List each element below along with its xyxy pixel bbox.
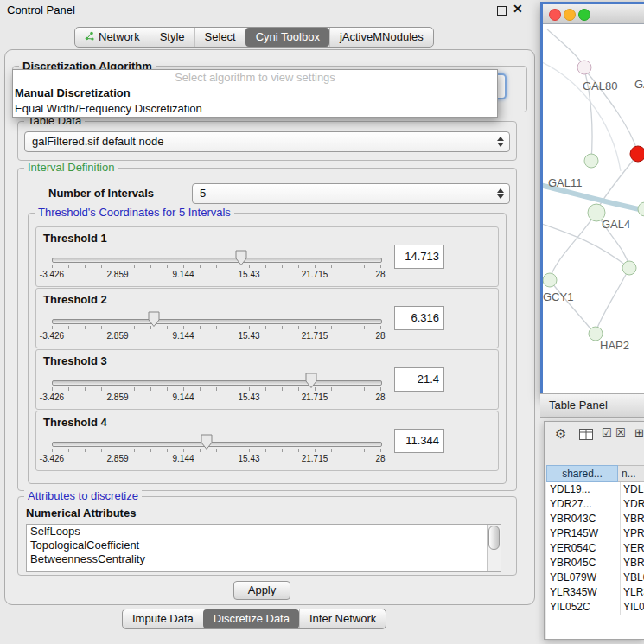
node[interactable] — [638, 202, 644, 216]
slider-track[interactable] — [52, 380, 382, 386]
slider-track[interactable] — [52, 258, 382, 263]
threshold-1-value-field[interactable]: 14.713 — [394, 245, 444, 269]
close-icon[interactable]: ✕ — [513, 2, 523, 16]
threshold-1-box: Threshold 1 -3.426 2.859 9.144 15.43 21.… — [35, 226, 499, 287]
tab-jactivemnodules[interactable]: jActiveMNodules — [329, 28, 433, 47]
table-row[interactable]: YIL052CYIL0... — [546, 600, 644, 615]
threshold-2-label: Threshold 2 — [43, 293, 107, 306]
table-data-combobox[interactable]: galFiltered.sif default node — [24, 131, 510, 152]
attributes-group-title: Attributes to discretize — [24, 490, 142, 502]
table-row[interactable]: YPR145WYPR1... — [546, 526, 644, 541]
node-gal80[interactable] — [577, 61, 591, 74]
dropdown-item-manual-discretization[interactable]: Manual Discretization — [13, 86, 497, 101]
tab-network-label: Network — [99, 28, 140, 47]
threshold-4-slider[interactable]: -3.426 2.859 9.144 15.43 21.715 28 — [43, 430, 389, 469]
column-header-shared-name[interactable]: shared... — [546, 465, 618, 482]
slider-tick-labels: -3.426 2.859 9.144 15.43 21.715 28 — [43, 331, 389, 341]
function-icon[interactable]: ⊞ — [634, 426, 644, 439]
table-panel-header[interactable]: Table Panel — [540, 393, 644, 418]
node-gcy1[interactable] — [543, 273, 557, 287]
network-canvas[interactable]: GAL80 GA GAL11 GAL4 GCY1 HAP2 — [543, 24, 644, 394]
float-window-icon[interactable] — [497, 6, 507, 16]
unselect-all-icon[interactable]: ☒ — [615, 426, 626, 439]
tab-style[interactable]: Style — [150, 28, 194, 47]
threshold-2-value-field[interactable]: 6.316 — [394, 306, 444, 330]
number-of-intervals-combobox[interactable]: 5 — [192, 183, 510, 204]
mac-close-icon[interactable] — [549, 9, 561, 21]
table-row[interactable]: YER054CYER0... — [546, 541, 644, 556]
network-icon — [85, 28, 94, 47]
algorithm-dropdown-popup: Select algorithm to view settings Manual… — [12, 69, 498, 118]
threshold-1-thumb[interactable] — [235, 250, 247, 266]
combo-spinner-icon — [497, 137, 504, 147]
network-window-titlebar[interactable] — [543, 4, 644, 24]
slider-tickmarks — [52, 449, 381, 452]
node-label: GAL11 — [548, 176, 583, 189]
threshold-coordinates-title: Threshold's Coordinates for 5 Intervals — [35, 207, 234, 219]
node-selected-red[interactable] — [630, 146, 644, 162]
threshold-3-thumb[interactable] — [305, 373, 317, 389]
table-row[interactable]: YBR043CYBR0... — [546, 512, 644, 526]
tab-select[interactable]: Select — [194, 28, 245, 47]
apply-button[interactable]: Apply — [233, 581, 290, 600]
slider-tick-labels: -3.426 2.859 9.144 15.43 21.715 28 — [43, 454, 389, 464]
threshold-3-slider[interactable]: -3.426 2.859 9.144 15.43 21.715 28 — [43, 369, 389, 407]
tab-cyni-toolbox[interactable]: Cyni Toolbox — [245, 28, 329, 47]
mac-zoom-icon[interactable] — [578, 9, 590, 21]
threshold-4-value-field[interactable]: 11.344 — [394, 429, 444, 453]
columns-icon[interactable] — [579, 428, 593, 443]
panel-title: Control Panel — [7, 3, 75, 16]
select-all-icon[interactable]: ☑ — [602, 426, 612, 439]
scrollbar-thumb[interactable] — [488, 526, 500, 550]
table-row[interactable]: YDR27...YDR2... — [546, 497, 644, 512]
slider-tick-labels: -3.426 2.859 9.144 15.43 21.715 28 — [43, 270, 389, 280]
threshold-2-thumb[interactable] — [148, 311, 160, 328]
threshold-4-thumb[interactable] — [201, 434, 213, 450]
interval-definition-title: Interval Definition — [24, 162, 118, 174]
threshold-3-box: Threshold 3 -3.426 2.859 9.144 15.43 21.… — [35, 349, 499, 410]
threshold-1-label: Threshold 1 — [43, 232, 107, 245]
node-gal11[interactable] — [584, 154, 598, 168]
tab-discretize-data[interactable]: Discretize Data — [203, 609, 299, 628]
table-panel-window: ⚙ ☑ ☒ ⊞ shared... n... YDL19...YDL1... Y… — [544, 421, 644, 640]
table-row[interactable]: YBL079WYBL0... — [546, 571, 644, 585]
threshold-2-box: Threshold 2 -3.426 2.859 9.144 15.43 21.… — [35, 288, 499, 348]
table-header-row: shared... n... — [546, 465, 644, 482]
gear-icon[interactable]: ⚙ — [555, 426, 566, 442]
table-row[interactable]: YDL19...YDL1... — [546, 482, 644, 497]
table-row[interactable]: YBR045CYBR0... — [546, 556, 644, 571]
list-item[interactable]: TopologicalCoefficient — [27, 539, 501, 552]
numerical-attributes-label: Numerical Attributes — [26, 507, 136, 520]
column-header-name[interactable]: n... — [618, 465, 644, 482]
node-label: GAL80 — [583, 80, 617, 92]
tab-infer-network[interactable]: Infer Network — [299, 609, 386, 628]
table-panel-title: Table Panel — [549, 394, 608, 417]
dropdown-placeholder: Select algorithm to view settings — [13, 70, 497, 86]
list-item[interactable]: BetweennessCentrality — [27, 552, 501, 566]
slider-track[interactable] — [52, 319, 382, 324]
node-label: HAP2 — [600, 339, 629, 352]
dropdown-item-equal-width[interactable]: Equal Width/Frequency Discretization — [13, 101, 497, 117]
tab-impute-data[interactable]: Impute Data — [123, 609, 203, 628]
slider-tickmarks — [52, 326, 381, 329]
node[interactable] — [622, 261, 636, 275]
slider-track[interactable] — [52, 442, 382, 447]
slider-tickmarks — [52, 265, 381, 268]
threshold-3-value-field[interactable]: 21.4 — [394, 367, 444, 392]
node-label: GAL4 — [602, 218, 630, 231]
list-scrollbar[interactable] — [487, 525, 501, 571]
combo-spinner-icon — [497, 188, 504, 199]
network-graph: GAL80 GA GAL11 GAL4 GCY1 HAP2 — [543, 24, 644, 392]
bottom-tabbar: Impute Data Discretize Data Infer Networ… — [122, 609, 386, 629]
list-item[interactable]: SelfLoops — [27, 525, 501, 539]
threshold-1-slider[interactable]: -3.426 2.859 9.144 15.43 21.715 28 — [43, 246, 389, 284]
numerical-attributes-list[interactable]: SelfLoops TopologicalCoefficient Between… — [26, 524, 501, 572]
mac-minimize-icon[interactable] — [564, 9, 576, 21]
network-view-window: GAL80 GA GAL11 GAL4 GCY1 HAP2 — [540, 2, 644, 397]
threshold-4-box: Threshold 4 -3.426 2.859 9.144 15.43 21.… — [35, 411, 499, 471]
table-row[interactable]: YLR345WYLR3... — [546, 585, 644, 600]
node-label: GCY1 — [543, 290, 573, 303]
threshold-2-slider[interactable]: -3.426 2.859 9.144 15.43 21.715 28 — [43, 308, 389, 346]
threshold-4-label: Threshold 4 — [43, 416, 107, 429]
tab-network[interactable]: Network — [75, 28, 150, 47]
